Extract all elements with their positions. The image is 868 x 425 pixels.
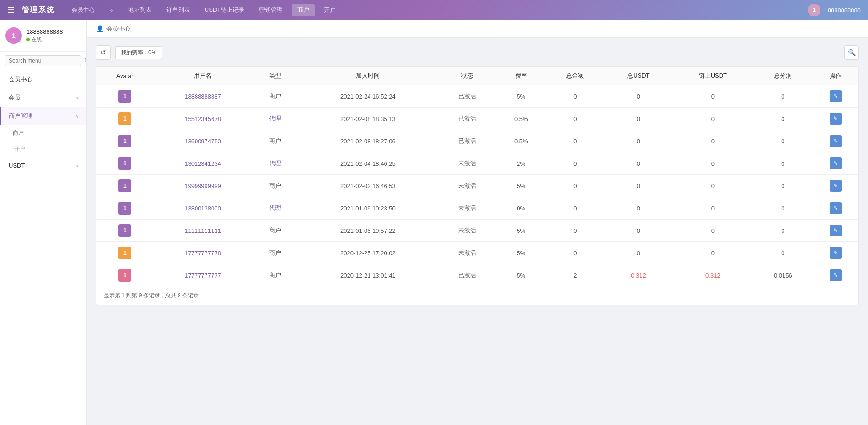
username-link[interactable]: 17777777777 xyxy=(185,272,221,279)
username-link[interactable]: 19999999999 xyxy=(185,183,221,189)
nav-item-address-list[interactable]: 地址列表 xyxy=(122,4,157,16)
cell-avatar: 1 xyxy=(96,242,153,264)
edit-button[interactable]: ✎ xyxy=(830,157,842,169)
row-avatar-icon: 1 xyxy=(118,135,131,147)
cell-total-amount: 0 xyxy=(546,220,604,242)
cell-username: 13800138000 xyxy=(153,197,253,220)
username-link[interactable]: 13012341234 xyxy=(185,160,221,167)
username-link[interactable]: 15512345678 xyxy=(185,115,221,122)
cell-total-amount: 0 xyxy=(546,108,604,130)
chevron-left-icon: < xyxy=(76,95,79,100)
cell-join-time: 2021-02-08 18:27:06 xyxy=(298,130,438,152)
edit-button[interactable]: ✎ xyxy=(830,247,842,259)
cell-action: ✎ xyxy=(813,85,858,108)
content-body: ↺ 我的费率：0% 🔍 Avatar 用户名 类型 加入时间 xyxy=(87,38,868,425)
cell-action: ✎ xyxy=(813,130,858,152)
username-link[interactable]: 13600974750 xyxy=(185,138,221,145)
edit-button[interactable]: ✎ xyxy=(830,90,842,102)
cell-rate: 5% xyxy=(497,220,546,242)
table-row: 1 19999999999 商户 2021-02-02 16:46:53 未激活… xyxy=(96,175,858,197)
cell-status: 已激活 xyxy=(438,264,496,287)
edit-button[interactable]: ✎ xyxy=(830,202,842,214)
search-icon: 🔍 xyxy=(848,49,856,56)
cell-rate: 5% xyxy=(497,242,546,264)
col-rate: 费率 xyxy=(497,67,546,85)
table-row: 1 11111111111 商户 2021-01-05 19:57:22 未激活… xyxy=(96,220,858,242)
sidebar-item-merchant[interactable]: 商户 xyxy=(0,125,86,141)
table-row: 1 13600974750 商户 2021-02-08 18:27:06 已激活… xyxy=(96,130,858,152)
search-button[interactable]: 🔍 xyxy=(844,45,859,60)
cell-avatar: 1 xyxy=(96,197,153,220)
username-link[interactable]: 11111111111 xyxy=(185,227,221,234)
cell-chain-usdt: 0 xyxy=(672,130,753,152)
edit-button[interactable]: ✎ xyxy=(830,180,842,192)
edit-button[interactable]: ✎ xyxy=(830,225,842,236)
nav-item-key-management[interactable]: 密钥管理 xyxy=(254,4,288,16)
cell-chain-usdt: 0 xyxy=(672,108,753,130)
nav-item-usdt-records[interactable]: USDT链上记录 xyxy=(199,4,250,16)
nav-item-circle[interactable]: ○ xyxy=(104,5,119,16)
table-row: 1 18888888887 商户 2021-02-24 16:52:24 已激活… xyxy=(96,85,858,108)
refresh-button[interactable]: ↺ xyxy=(96,45,111,60)
username-link[interactable]: 18888888887 xyxy=(185,93,221,100)
cell-total-usdt: 0 xyxy=(604,108,672,130)
cell-status: 未激活 xyxy=(438,220,496,242)
cell-total-usdt: 0 xyxy=(604,197,672,220)
sidebar-item-merchant-management[interactable]: 商户管理 ∨ xyxy=(0,107,86,125)
cell-status: 已激活 xyxy=(438,85,496,108)
cell-status: 已激活 xyxy=(438,108,496,130)
table-row: 1 17777777777 商户 2020-12-21 13:01:41 已激活… xyxy=(96,264,858,287)
cell-type: 商户 xyxy=(252,130,298,152)
col-total-profit: 总分润 xyxy=(753,67,813,85)
cell-join-time: 2021-02-02 16:46:53 xyxy=(298,175,438,197)
cell-join-time: 2020-12-21 13:01:41 xyxy=(298,264,438,287)
cell-total-amount: 0 xyxy=(546,130,604,152)
edit-button[interactable]: ✎ xyxy=(830,269,842,281)
breadcrumb: 👤 会员中心 xyxy=(87,20,868,38)
cell-total-amount: 2 xyxy=(546,264,604,287)
cell-join-time: 2021-02-04 18:46:25 xyxy=(298,152,438,175)
cell-username: 11111111111 xyxy=(153,220,253,242)
user-name: 18888888888 xyxy=(26,28,63,35)
nav-item-open-account[interactable]: 开户 xyxy=(318,4,341,16)
sidebar-item-member-center[interactable]: 会员中心 xyxy=(0,70,86,89)
table-header-row: Avatar 用户名 类型 加入时间 状态 费率 总金额 总USDT 链上USD… xyxy=(96,67,858,85)
sidebar-item-member[interactable]: 会员 < xyxy=(0,89,86,107)
username-link[interactable]: 13800138000 xyxy=(185,205,221,212)
cell-join-time: 2021-02-08 18:35:13 xyxy=(298,108,438,130)
cell-total-usdt: 0 xyxy=(604,85,672,108)
cell-total-usdt: 0 xyxy=(604,242,672,264)
col-total-amount: 总金额 xyxy=(546,67,604,85)
breadcrumb-text: 会员中心 xyxy=(106,25,130,33)
cell-action: ✎ xyxy=(813,242,858,264)
sidebar: 1 18888888888 在线 🔍 会员中心 会员 < xyxy=(0,20,87,425)
cell-total-profit: 0 xyxy=(753,152,813,175)
edit-button[interactable]: ✎ xyxy=(830,135,842,147)
nav-item-member-center[interactable]: 会员中心 xyxy=(66,4,101,16)
member-center-icon: 👤 xyxy=(96,25,104,32)
cell-chain-usdt: 0 xyxy=(672,175,753,197)
cell-rate: 2% xyxy=(497,152,546,175)
username-link[interactable]: 17777777778 xyxy=(185,250,221,257)
col-avatar: Avatar xyxy=(96,67,153,85)
hamburger-icon[interactable]: ☰ xyxy=(7,5,15,15)
cell-total-amount: 0 xyxy=(546,85,604,108)
user-avatar-top: 1 xyxy=(808,4,820,16)
edit-button[interactable]: ✎ xyxy=(830,113,842,125)
cell-total-amount: 0 xyxy=(546,152,604,175)
cell-total-profit: 0 xyxy=(753,175,813,197)
search-input[interactable] xyxy=(5,55,81,66)
row-avatar-icon: 1 xyxy=(118,112,131,125)
user-status: 在线 xyxy=(26,36,63,43)
nav-item-order-list[interactable]: 订单列表 xyxy=(161,4,196,16)
nav-item-merchant[interactable]: 商户 xyxy=(292,4,315,16)
cell-avatar: 1 xyxy=(96,152,153,175)
sidebar-item-usdt[interactable]: USDT < xyxy=(0,157,86,174)
nav-username: 18888888888 xyxy=(824,7,861,14)
cell-total-usdt: 0 xyxy=(604,152,672,175)
top-navigation: ☰ 管理系统 会员中心 ○ 地址列表 订单列表 USDT链上记录 密钥管理 商户… xyxy=(0,0,868,20)
cell-username: 17777777777 xyxy=(153,264,253,287)
cell-action: ✎ xyxy=(813,197,858,220)
col-chain-usdt: 链上USDT xyxy=(672,67,753,85)
sidebar-item-open-account[interactable]: 开户 xyxy=(0,141,86,157)
